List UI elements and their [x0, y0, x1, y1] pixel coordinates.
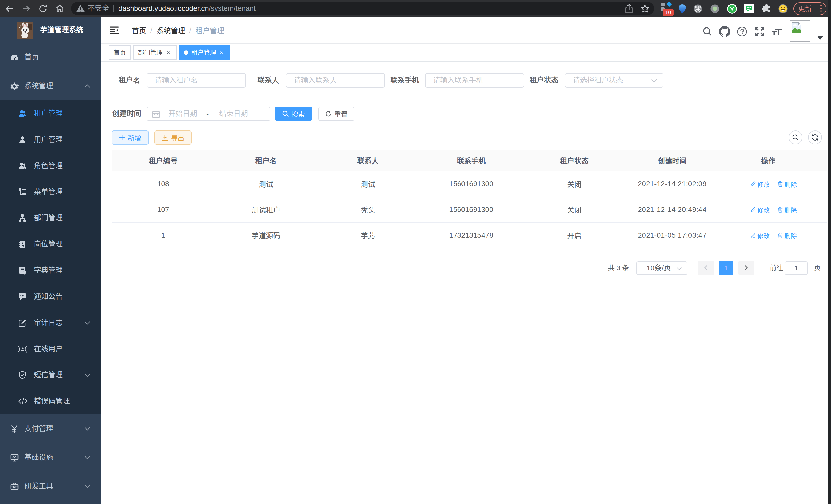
- svg-text:10: 10: [665, 9, 671, 15]
